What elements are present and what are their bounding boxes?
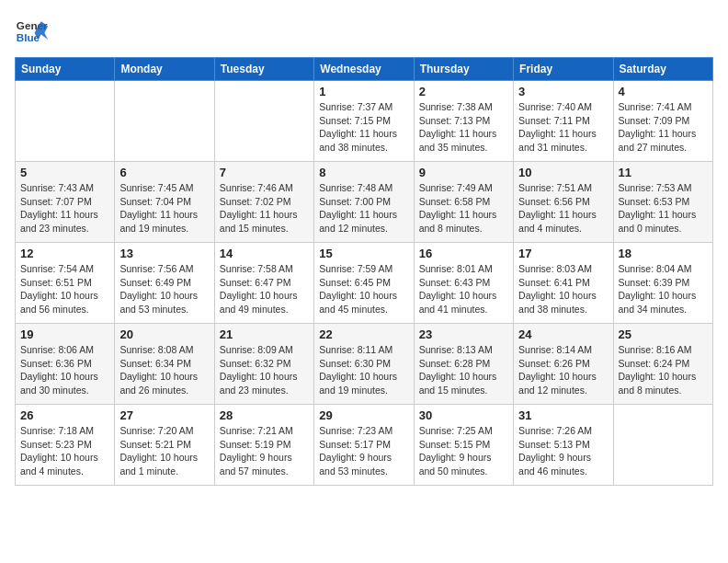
calendar-cell: 3Sunrise: 7:40 AM Sunset: 7:11 PM Daylig…: [514, 81, 613, 162]
day-number: 24: [518, 327, 608, 341]
day-info: Sunrise: 7:37 AM Sunset: 7:15 PM Dayligh…: [319, 100, 408, 155]
day-number: 19: [20, 327, 109, 341]
calendar-cell: 21Sunrise: 8:09 AM Sunset: 6:32 PM Dayli…: [214, 324, 313, 405]
day-number: 16: [419, 247, 508, 260]
weekday-header-saturday: Saturday: [613, 58, 712, 81]
day-info: Sunrise: 7:53 AM Sunset: 6:53 PM Dayligh…: [619, 181, 708, 236]
calendar-cell: 9Sunrise: 7:49 AM Sunset: 6:58 PM Daylig…: [414, 162, 513, 243]
calendar-cell: 1Sunrise: 7:37 AM Sunset: 7:15 PM Daylig…: [314, 81, 414, 162]
calendar-cell: 12Sunrise: 7:54 AM Sunset: 6:51 PM Dayli…: [16, 243, 115, 324]
calendar-cell: 22Sunrise: 8:11 AM Sunset: 6:30 PM Dayli…: [314, 324, 414, 405]
day-info: Sunrise: 8:01 AM Sunset: 6:43 PM Dayligh…: [419, 262, 508, 316]
day-number: 30: [419, 408, 508, 422]
calendar-cell: 17Sunrise: 8:03 AM Sunset: 6:41 PM Dayli…: [514, 243, 613, 324]
logo: General Blue: [15, 15, 48, 48]
calendar-cell: 24Sunrise: 8:14 AM Sunset: 6:26 PM Dayli…: [514, 324, 613, 405]
calendar-cell: 19Sunrise: 8:06 AM Sunset: 6:36 PM Dayli…: [16, 324, 115, 405]
day-number: 8: [319, 166, 408, 179]
day-number: 31: [518, 408, 608, 422]
weekday-header-thursday: Thursday: [414, 58, 513, 81]
day-info: Sunrise: 7:43 AM Sunset: 7:07 PM Dayligh…: [20, 181, 109, 236]
day-info: Sunrise: 8:13 AM Sunset: 6:28 PM Dayligh…: [419, 343, 508, 397]
day-number: 4: [619, 85, 708, 98]
calendar-cell: 4Sunrise: 7:41 AM Sunset: 7:09 PM Daylig…: [613, 81, 712, 162]
weekday-header-sunday: Sunday: [16, 58, 115, 81]
day-number: 22: [319, 327, 408, 341]
day-info: Sunrise: 8:04 AM Sunset: 6:39 PM Dayligh…: [619, 262, 708, 316]
day-number: 26: [20, 408, 109, 422]
calendar-cell: 28Sunrise: 7:21 AM Sunset: 5:19 PM Dayli…: [214, 405, 313, 486]
weekday-header-monday: Monday: [115, 58, 214, 81]
day-number: 17: [518, 247, 608, 260]
calendar-cell: 2Sunrise: 7:38 AM Sunset: 7:13 PM Daylig…: [414, 81, 513, 162]
calendar-week-row: 5Sunrise: 7:43 AM Sunset: 7:07 PM Daylig…: [16, 162, 713, 243]
day-number: 28: [220, 408, 309, 422]
day-number: 1: [319, 85, 408, 98]
calendar-cell: 16Sunrise: 8:01 AM Sunset: 6:43 PM Dayli…: [414, 243, 513, 324]
calendar-cell: 29Sunrise: 7:23 AM Sunset: 5:17 PM Dayli…: [314, 405, 414, 486]
day-info: Sunrise: 7:41 AM Sunset: 7:09 PM Dayligh…: [619, 100, 708, 155]
calendar-week-row: 19Sunrise: 8:06 AM Sunset: 6:36 PM Dayli…: [16, 324, 713, 405]
weekday-header-friday: Friday: [514, 58, 613, 81]
calendar-week-row: 12Sunrise: 7:54 AM Sunset: 6:51 PM Dayli…: [16, 243, 713, 324]
day-number: 20: [119, 327, 209, 341]
day-number: 27: [119, 408, 209, 422]
calendar-cell: 11Sunrise: 7:53 AM Sunset: 6:53 PM Dayli…: [613, 162, 712, 243]
calendar-week-row: 26Sunrise: 7:18 AM Sunset: 5:23 PM Dayli…: [16, 405, 713, 486]
day-number: 9: [419, 166, 508, 179]
weekday-header-wednesday: Wednesday: [314, 58, 414, 81]
calendar-cell: 6Sunrise: 7:45 AM Sunset: 7:04 PM Daylig…: [115, 162, 214, 243]
day-number: 5: [20, 166, 109, 179]
logo-icon: General Blue: [15, 15, 48, 48]
day-number: 11: [619, 166, 708, 179]
day-info: Sunrise: 7:23 AM Sunset: 5:17 PM Dayligh…: [319, 424, 408, 478]
day-info: Sunrise: 7:58 AM Sunset: 6:47 PM Dayligh…: [220, 262, 309, 316]
day-info: Sunrise: 7:25 AM Sunset: 5:15 PM Dayligh…: [419, 424, 508, 478]
day-number: 25: [619, 327, 708, 341]
calendar-table: SundayMondayTuesdayWednesdayThursdayFrid…: [15, 57, 713, 486]
day-number: 3: [518, 85, 608, 98]
day-info: Sunrise: 7:51 AM Sunset: 6:56 PM Dayligh…: [518, 181, 608, 236]
day-info: Sunrise: 7:46 AM Sunset: 7:02 PM Dayligh…: [220, 181, 309, 236]
calendar-cell: 13Sunrise: 7:56 AM Sunset: 6:49 PM Dayli…: [115, 243, 214, 324]
day-info: Sunrise: 7:20 AM Sunset: 5:21 PM Dayligh…: [119, 424, 209, 478]
day-number: 15: [319, 247, 408, 260]
calendar-cell: 31Sunrise: 7:26 AM Sunset: 5:13 PM Dayli…: [514, 405, 613, 486]
page-header: General Blue: [15, 15, 713, 48]
calendar-week-row: 1Sunrise: 7:37 AM Sunset: 7:15 PM Daylig…: [16, 81, 713, 162]
day-info: Sunrise: 7:59 AM Sunset: 6:45 PM Dayligh…: [319, 262, 408, 316]
day-info: Sunrise: 7:54 AM Sunset: 6:51 PM Dayligh…: [20, 262, 109, 316]
calendar-cell: 10Sunrise: 7:51 AM Sunset: 6:56 PM Dayli…: [514, 162, 613, 243]
day-info: Sunrise: 8:11 AM Sunset: 6:30 PM Dayligh…: [319, 343, 408, 397]
day-number: 2: [419, 85, 508, 98]
day-number: 7: [220, 166, 309, 179]
day-info: Sunrise: 7:40 AM Sunset: 7:11 PM Dayligh…: [518, 100, 608, 155]
calendar-cell: 25Sunrise: 8:16 AM Sunset: 6:24 PM Dayli…: [613, 324, 712, 405]
day-info: Sunrise: 8:09 AM Sunset: 6:32 PM Dayligh…: [220, 343, 309, 397]
calendar-cell: [613, 405, 712, 486]
calendar-cell: 5Sunrise: 7:43 AM Sunset: 7:07 PM Daylig…: [16, 162, 115, 243]
day-info: Sunrise: 7:18 AM Sunset: 5:23 PM Dayligh…: [20, 424, 109, 478]
day-number: 18: [619, 247, 708, 260]
calendar-cell: 26Sunrise: 7:18 AM Sunset: 5:23 PM Dayli…: [16, 405, 115, 486]
day-number: 21: [220, 327, 309, 341]
calendar-cell: [115, 81, 214, 162]
weekday-header-row: SundayMondayTuesdayWednesdayThursdayFrid…: [16, 58, 713, 81]
calendar-cell: [16, 81, 115, 162]
day-info: Sunrise: 7:21 AM Sunset: 5:19 PM Dayligh…: [220, 424, 309, 478]
day-info: Sunrise: 7:49 AM Sunset: 6:58 PM Dayligh…: [419, 181, 508, 236]
calendar-cell: 23Sunrise: 8:13 AM Sunset: 6:28 PM Dayli…: [414, 324, 513, 405]
day-info: Sunrise: 7:48 AM Sunset: 7:00 PM Dayligh…: [319, 181, 408, 236]
day-info: Sunrise: 8:08 AM Sunset: 6:34 PM Dayligh…: [119, 343, 209, 397]
day-number: 13: [119, 247, 209, 260]
day-number: 12: [20, 247, 109, 260]
calendar-cell: 27Sunrise: 7:20 AM Sunset: 5:21 PM Dayli…: [115, 405, 214, 486]
day-info: Sunrise: 7:45 AM Sunset: 7:04 PM Dayligh…: [119, 181, 209, 236]
day-info: Sunrise: 7:38 AM Sunset: 7:13 PM Dayligh…: [419, 100, 508, 155]
day-info: Sunrise: 8:16 AM Sunset: 6:24 PM Dayligh…: [619, 343, 708, 397]
calendar-cell: 30Sunrise: 7:25 AM Sunset: 5:15 PM Dayli…: [414, 405, 513, 486]
day-number: 29: [319, 408, 408, 422]
weekday-header-tuesday: Tuesday: [214, 58, 313, 81]
calendar-cell: [214, 81, 313, 162]
calendar-cell: 14Sunrise: 7:58 AM Sunset: 6:47 PM Dayli…: [214, 243, 313, 324]
